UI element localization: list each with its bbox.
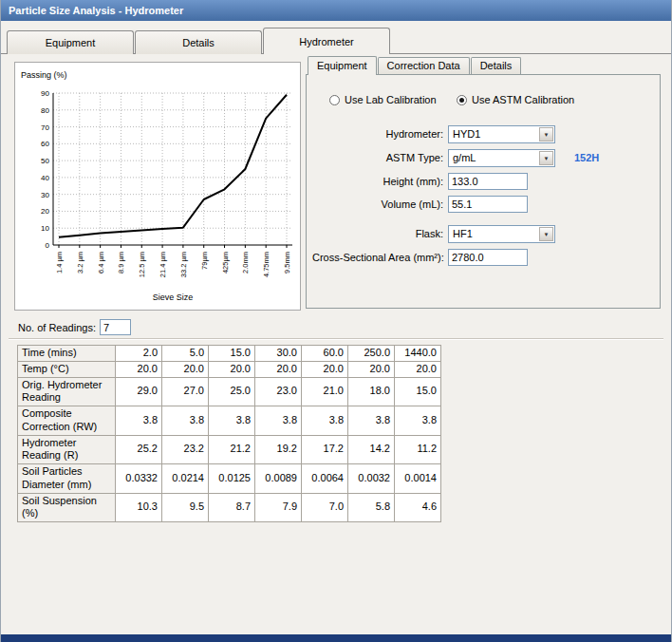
height-label: Height (mm):: [312, 176, 448, 187]
chevron-down-icon[interactable]: ▼: [539, 151, 553, 165]
sub-tab-equipment[interactable]: Equipment: [308, 56, 377, 75]
row-label: Temp (°C): [18, 361, 116, 377]
readings-table: Time (mins)2.05.015.030.060.0250.01440.0…: [17, 345, 441, 522]
chevron-down-icon[interactable]: ▼: [539, 127, 553, 142]
particle-size-analysis-window: Particle Size Analysis - Hydrometer Equi…: [0, 0, 672, 642]
svg-text:2.0mm: 2.0mm: [241, 252, 250, 274]
reading-cell[interactable]: 3.8: [348, 406, 395, 436]
reading-cell[interactable]: 30.0: [255, 346, 302, 362]
reading-cell[interactable]: 20.0: [348, 361, 395, 377]
readings-count-row: No. of Readings:: [18, 319, 131, 335]
reading-cell[interactable]: 18.0: [348, 377, 395, 406]
svg-text:6.4 µm: 6.4 µm: [97, 252, 105, 274]
reading-cell[interactable]: 8.7: [209, 493, 255, 522]
reading-cell[interactable]: 15.0: [209, 346, 255, 362]
main-tab-equipment[interactable]: Equipment: [7, 30, 134, 54]
svg-text:40: 40: [41, 174, 49, 182]
lab-calibration-option[interactable]: Use Lab Calibration: [329, 94, 437, 105]
flask-combobox[interactable]: HF1 ▼: [448, 225, 555, 243]
reading-cell[interactable]: 11.2: [395, 435, 441, 464]
reading-cell[interactable]: 7.0: [302, 493, 348, 522]
volume-input[interactable]: [448, 196, 528, 213]
reading-cell[interactable]: 14.2: [348, 435, 395, 464]
main-tab-details[interactable]: Details: [135, 30, 262, 54]
reading-cell[interactable]: 250.0: [348, 346, 395, 362]
svg-text:79µm: 79µm: [200, 252, 209, 270]
reading-cell[interactable]: 17.2: [302, 435, 348, 464]
astm-calibration-label: Use ASTM Calibration: [472, 94, 574, 105]
chevron-down-icon[interactable]: ▼: [539, 227, 553, 241]
reading-cell[interactable]: 20.0: [255, 361, 302, 377]
height-field-row: Height (mm):: [312, 172, 654, 191]
reading-cell[interactable]: 0.0332: [116, 464, 162, 494]
row-label: Hydrometer Reading (R): [18, 435, 116, 464]
lab-calibration-radio[interactable]: [329, 95, 340, 105]
window-title: Particle Size Analysis - Hydrometer: [9, 5, 183, 16]
reading-cell[interactable]: 20.0: [209, 361, 255, 377]
reading-cell[interactable]: 27.0: [162, 377, 209, 406]
astm-type-combobox[interactable]: g/mL ▼: [448, 149, 555, 167]
reading-cell[interactable]: 9.5: [162, 493, 209, 522]
table-row: Soil Particles Diameter (mm)0.03320.0214…: [18, 464, 441, 494]
reading-cell[interactable]: 15.0: [395, 377, 441, 406]
reading-cell[interactable]: 3.8: [116, 406, 162, 436]
reading-cell[interactable]: 7.9: [255, 493, 302, 522]
reading-cell[interactable]: 2.0: [116, 346, 162, 362]
reading-cell[interactable]: 3.8: [255, 406, 302, 436]
sub-tab-correction-data[interactable]: Correction Data: [378, 57, 470, 74]
astm-calibration-radio[interactable]: [457, 95, 467, 105]
reading-cell[interactable]: 20.0: [395, 361, 441, 377]
reading-cell[interactable]: 20.0: [302, 361, 348, 377]
astm-type-label: ASTM Type:: [312, 152, 448, 163]
readings-count-input[interactable]: [100, 319, 131, 335]
reading-cell[interactable]: 3.8: [395, 406, 441, 436]
volume-field-row: Volume (mL):: [312, 195, 654, 214]
reading-cell[interactable]: 20.0: [162, 361, 209, 377]
reading-cell[interactable]: 29.0: [116, 377, 162, 406]
table-row: Soil Suspension (%)10.39.58.77.97.05.84.…: [18, 493, 441, 522]
title-bar: Particle Size Analysis - Hydrometer: [1, 0, 672, 21]
height-input[interactable]: [448, 173, 528, 190]
reading-cell[interactable]: 20.0: [116, 361, 162, 377]
sub-tab-details[interactable]: Details: [471, 57, 522, 74]
bottom-window-edge: [1, 634, 672, 642]
section-divider: [9, 338, 663, 340]
reading-cell[interactable]: 3.8: [209, 406, 255, 436]
lab-calibration-label: Use Lab Calibration: [345, 94, 437, 105]
reading-cell[interactable]: 0.0089: [255, 464, 302, 494]
svg-text:8.9 µm: 8.9 µm: [117, 252, 125, 274]
reading-cell[interactable]: 5.0: [162, 346, 209, 362]
reading-cell[interactable]: 23.2: [162, 435, 209, 464]
reading-cell[interactable]: 25.0: [209, 377, 255, 406]
astm-calibration-option[interactable]: Use ASTM Calibration: [457, 94, 574, 105]
cross-area-input[interactable]: [448, 249, 528, 266]
reading-cell[interactable]: 25.2: [116, 435, 162, 464]
table-row: Composite Correction (RW)3.83.83.83.83.8…: [18, 406, 441, 436]
row-label: Composite Correction (RW): [18, 406, 116, 436]
passing-chart-svg: 01020304050607080901.4 µm3.2 µm6.4 µm8.9…: [15, 63, 300, 310]
reading-cell[interactable]: 21.0: [302, 377, 348, 406]
reading-cell[interactable]: 0.0214: [162, 464, 209, 494]
reading-cell[interactable]: 0.0125: [209, 464, 255, 494]
main-tab-strip: EquipmentDetailsHydrometer: [7, 28, 391, 53]
svg-text:0: 0: [46, 241, 50, 250]
reading-cell[interactable]: 4.6: [395, 493, 441, 522]
reading-cell[interactable]: 0.0032: [348, 464, 395, 494]
reading-cell[interactable]: 19.2: [255, 435, 302, 464]
svg-text:12.5 µm: 12.5 µm: [138, 252, 146, 277]
table-row: Temp (°C)20.020.020.020.020.020.020.0: [18, 361, 441, 377]
reading-cell[interactable]: 0.0064: [302, 464, 348, 494]
svg-text:425µm: 425µm: [221, 252, 230, 274]
reading-cell[interactable]: 23.0: [255, 377, 302, 406]
reading-cell[interactable]: 21.2: [209, 435, 255, 464]
reading-cell[interactable]: 5.8: [348, 493, 395, 522]
hydrometer-combobox[interactable]: HYD1 ▼: [448, 125, 555, 143]
reading-cell[interactable]: 1440.0: [395, 346, 441, 362]
main-tab-hydrometer[interactable]: Hydrometer: [263, 28, 390, 54]
reading-cell[interactable]: 0.0014: [395, 464, 441, 494]
reading-cell[interactable]: 3.8: [162, 406, 209, 436]
reading-cell[interactable]: 60.0: [302, 346, 348, 362]
reading-cell[interactable]: 3.8: [302, 406, 348, 436]
cross-area-label: Cross-Sectional Area (mm²):: [312, 252, 448, 263]
reading-cell[interactable]: 10.3: [116, 493, 162, 522]
